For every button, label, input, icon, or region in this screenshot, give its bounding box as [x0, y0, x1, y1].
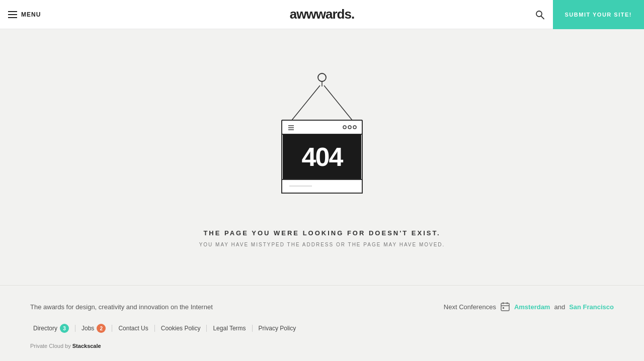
menu-label: MENU [21, 11, 41, 18]
svg-point-2 [318, 73, 326, 81]
san-francisco-link[interactable]: San Francisco [569, 303, 614, 311]
footer-conferences: Next Conferences Amsterdam and San Franc… [444, 302, 614, 312]
footer-bottom: Private Cloud by Stackscale [30, 343, 614, 349]
header: MENU awwwards. SUBMIT YOUR SITE! [0, 0, 644, 29]
footer-divider-5 [252, 325, 253, 332]
search-button[interactable] [527, 2, 553, 28]
footer-link-cookies[interactable]: Cookies Policy [158, 323, 204, 334]
footer-divider-2 [112, 325, 112, 332]
header-center: awwwards. [290, 7, 354, 22]
footer-link-contact[interactable]: Contact Us [115, 323, 151, 334]
privacy-label: Privacy Policy [259, 325, 296, 332]
svg-rect-20 [501, 303, 509, 311]
header-right: SUBMIT YOUR SITE! [527, 0, 644, 29]
calendar-icon [500, 302, 510, 312]
header-left: MENU [0, 11, 50, 18]
footer-divider-4 [206, 325, 207, 332]
error-illustration: 404 [262, 67, 382, 213]
svg-line-4 [292, 85, 320, 120]
jobs-label: Jobs [82, 325, 94, 332]
directory-badge: 3 [60, 324, 69, 333]
svg-line-1 [541, 16, 544, 19]
private-cloud-label: Private Cloud by [30, 343, 71, 349]
hanging-404-svg: 404 [262, 67, 382, 213]
amsterdam-link[interactable]: Amsterdam [514, 303, 550, 311]
directory-label: Directory [33, 325, 57, 332]
footer: The awards for design, creativity and in… [0, 285, 644, 361]
svg-rect-24 [503, 307, 504, 309]
footer-link-directory[interactable]: Directory 3 [30, 322, 72, 335]
svg-rect-9 [282, 120, 362, 134]
search-icon [535, 10, 545, 20]
conferences-label: Next Conferences [444, 303, 496, 311]
footer-links: Directory 3 Jobs 2 Contact Us Cookies Po… [30, 322, 614, 335]
svg-line-5 [324, 85, 352, 120]
footer-divider-1 [75, 325, 75, 332]
stackscale-link[interactable]: Stackscale [72, 343, 101, 349]
hamburger-icon [8, 11, 17, 18]
and-text: and [554, 303, 565, 311]
error-sub-message: YOU MAY HAVE MISTYPED THE ADDRESS OR THE… [199, 242, 445, 247]
footer-link-jobs[interactable]: Jobs 2 [78, 322, 109, 335]
submit-button[interactable]: SUBMIT YOUR SITE! [553, 0, 644, 29]
footer-top: The awards for design, creativity and in… [30, 302, 614, 312]
footer-divider-3 [154, 325, 155, 332]
legal-label: Legal Terms [213, 325, 246, 332]
menu-button[interactable]: MENU [8, 11, 41, 18]
svg-text:404: 404 [302, 142, 344, 171]
logo[interactable]: awwwards. [290, 7, 354, 22]
error-main-message: THE PAGE YOU WERE LOOKING FOR DOESN'T EX… [203, 229, 440, 237]
main-content: 404 THE PAGE YOU WERE LOOKING FOR DOESN'… [0, 29, 644, 285]
jobs-badge: 2 [97, 324, 106, 333]
footer-tagline: The awards for design, creativity and in… [30, 303, 213, 311]
footer-link-privacy[interactable]: Privacy Policy [256, 323, 299, 334]
contact-label: Contact Us [118, 325, 148, 332]
cookies-label: Cookies Policy [161, 325, 201, 332]
footer-link-legal[interactable]: Legal Terms [210, 323, 249, 334]
